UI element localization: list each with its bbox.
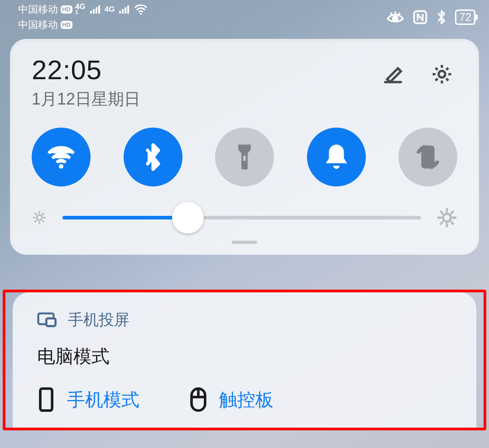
carrier-row-1: 中国移动 4G1 4G	[18, 3, 148, 16]
clock-time: 22:05	[32, 54, 140, 86]
auto-rotate-icon	[413, 142, 443, 172]
projection-actions: 手机模式 触控板	[37, 387, 452, 412]
svg-rect-6	[423, 147, 433, 167]
projection-title: 手机投屏	[68, 310, 129, 330]
signal-bars-1	[90, 5, 100, 14]
projection-card: 手机投屏 电脑模式 手机模式 触控板	[13, 292, 476, 428]
status-right: 72	[386, 10, 475, 25]
svg-point-4	[59, 164, 63, 169]
network-1: 4G1	[75, 4, 86, 15]
carrier-row-2: 中国移动	[18, 18, 148, 32]
settings-button[interactable]	[430, 62, 454, 88]
eye-comfort-icon	[386, 10, 404, 24]
touchpad-label: 触控板	[219, 387, 273, 412]
projection-mode-label: 电脑模式	[37, 344, 452, 369]
auto-rotate-toggle[interactable]	[398, 128, 457, 186]
flashlight-icon	[230, 142, 259, 172]
status-left: 中国移动 4G1 4G 中国移动	[18, 3, 148, 32]
pencil-icon	[381, 62, 405, 86]
carrier-1-label: 中国移动	[18, 3, 58, 16]
bluetooth-status-icon	[436, 10, 447, 25]
gear-icon	[430, 62, 454, 86]
highlight-box: 手机投屏 电脑模式 手机模式 触控板	[3, 290, 486, 430]
brightness-low-icon	[32, 210, 47, 225]
status-bar: 中国移动 4G1 4G 中国移动 72	[0, 0, 489, 32]
brightness-slider-row	[32, 207, 457, 228]
svg-rect-12	[40, 389, 52, 411]
bluetooth-icon	[138, 142, 168, 172]
signal-bars-2	[119, 5, 129, 14]
brightness-slider[interactable]	[62, 216, 421, 219]
cast-icon	[37, 312, 57, 328]
flashlight-toggle[interactable]	[215, 128, 274, 186]
clock-date: 1月12日星期日	[32, 88, 140, 110]
touchpad-button[interactable]: 触控板	[189, 387, 273, 412]
wifi-status-icon	[134, 4, 148, 15]
brightness-high-icon	[436, 207, 457, 228]
svg-point-8	[443, 214, 451, 221]
bell-icon	[321, 142, 351, 172]
wifi-toggle[interactable]	[32, 128, 91, 186]
svg-rect-10	[46, 319, 55, 326]
network-2: 4G	[105, 6, 115, 13]
phone-icon	[37, 387, 55, 412]
phone-mode-button[interactable]: 手机模式	[37, 387, 139, 412]
svg-point-3	[439, 71, 446, 78]
mouse-icon	[189, 387, 207, 412]
hd-badge-1	[61, 5, 72, 14]
quick-toggles-row	[32, 128, 457, 186]
edit-tiles-button[interactable]	[381, 62, 405, 88]
battery-indicator: 72	[455, 10, 475, 25]
projection-title-row[interactable]: 手机投屏	[37, 310, 452, 330]
sound-toggle[interactable]	[307, 128, 366, 186]
hd-badge-2	[61, 21, 72, 29]
quick-settings-panel: 22:05 1月12日星期日	[10, 39, 479, 255]
brightness-fill	[62, 216, 188, 219]
bluetooth-toggle[interactable]	[124, 128, 182, 186]
phone-mode-label: 手机模式	[67, 387, 139, 412]
wifi-icon	[46, 142, 76, 172]
svg-point-0	[140, 13, 142, 15]
svg-point-1	[393, 16, 398, 21]
datetime-block[interactable]: 22:05 1月12日星期日	[32, 54, 140, 110]
brightness-thumb[interactable]	[172, 202, 204, 234]
panel-drag-handle[interactable]	[232, 241, 257, 244]
svg-rect-5	[243, 156, 246, 161]
svg-point-7	[37, 215, 42, 220]
nfc-icon	[412, 10, 428, 25]
carrier-2-label: 中国移动	[18, 18, 58, 32]
